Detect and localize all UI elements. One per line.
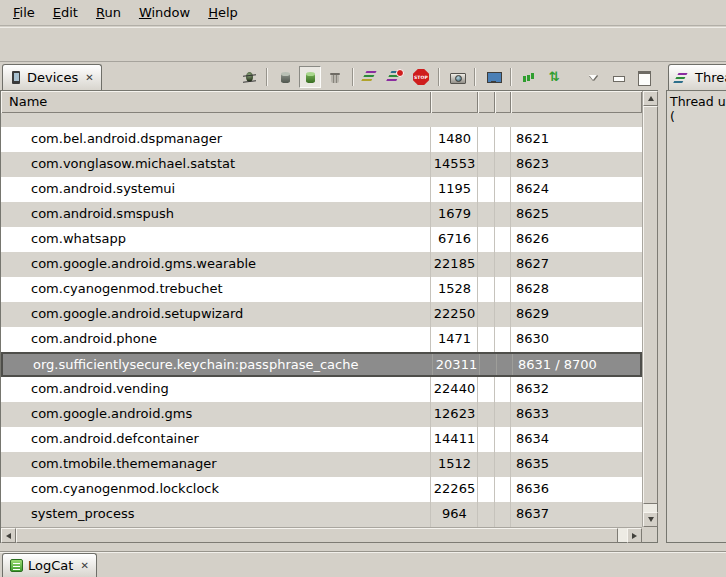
capture-video-button[interactable]	[482, 66, 504, 88]
pid-cell: 1528	[431, 277, 478, 302]
close-icon[interactable]: ✕	[85, 72, 93, 83]
blank-cell	[495, 127, 511, 152]
vertical-scrollbar[interactable]	[642, 91, 657, 527]
tab-devices-label: Devices	[27, 70, 78, 85]
update-threads-button[interactable]	[360, 66, 382, 88]
table-row[interactable]: com.bel.android.dspmanager14808621	[1, 127, 642, 152]
blank-cell	[495, 327, 511, 352]
column-header-blank2[interactable]	[495, 91, 511, 113]
dump-hprof-button[interactable]	[299, 66, 321, 88]
pid-cell: 964	[431, 502, 478, 527]
table-row[interactable]: system_process9648637	[1, 502, 642, 527]
table-row[interactable]: com.google.android.gms126238633	[1, 402, 642, 427]
scroll-right-button[interactable]	[627, 528, 642, 543]
tab-logcat[interactable]: LogCat ✕	[2, 553, 97, 577]
tab-threads[interactable]: Threads	[668, 64, 726, 90]
update-threads-icon	[363, 69, 379, 85]
sysinfo-button[interactable]	[518, 66, 540, 88]
table-row[interactable]: com.android.vending224408632	[1, 377, 642, 402]
threads-panel-content: Thread up(	[666, 90, 726, 543]
view-menu-button[interactable]	[582, 66, 604, 88]
close-icon[interactable]: ✕	[80, 560, 88, 571]
column-header-blank1[interactable]	[478, 91, 495, 113]
table-row[interactable]: org.sufficientlysecure.keychain:passphra…	[1, 352, 642, 377]
threads-tabstrip: Threads	[666, 62, 726, 90]
arrow-up-icon	[648, 96, 654, 101]
pid-cell: 1471	[431, 327, 478, 352]
blank-cell	[478, 502, 495, 527]
stop-process-button[interactable]: STOP	[410, 66, 432, 88]
scrollbar-corner	[642, 527, 657, 542]
cause-gc-icon	[327, 69, 343, 85]
menu-item-edit[interactable]: Edit	[44, 2, 87, 23]
column-header-name[interactable]: Name	[1, 91, 431, 113]
horizontal-scrollbar[interactable]	[1, 527, 642, 542]
process-name-cell: com.android.systemui	[1, 177, 431, 202]
table-row[interactable]: com.vonglasow.michael.satstat145538623	[1, 152, 642, 177]
table-row[interactable]: com.cyanogenmod.trebuchet15288628	[1, 277, 642, 302]
blank-cell	[495, 227, 511, 252]
debug-icon	[241, 69, 257, 85]
port-cell: 8633	[511, 402, 642, 427]
pid-cell: 1512	[431, 452, 478, 477]
port-cell: 8621	[511, 127, 642, 152]
stop-process-icon: STOP	[413, 69, 429, 85]
cause-gc-button[interactable]	[324, 66, 346, 88]
scroll-up-button[interactable]	[643, 91, 658, 106]
table-row[interactable]: com.cyanogenmod.lockclock222658636	[1, 477, 642, 502]
arrow-right-icon	[632, 533, 637, 539]
table-row[interactable]: com.google.android.setupwizard222508629	[1, 302, 642, 327]
capture-video-icon	[485, 69, 501, 85]
port-cell: 8637	[511, 502, 642, 527]
maximize-button[interactable]	[632, 66, 654, 88]
main-toolbar	[0, 27, 726, 62]
panel-sash-horizontal[interactable]	[0, 543, 726, 551]
method-profiling-button[interactable]	[385, 66, 407, 88]
table-row[interactable]: com.android.phone14718630	[1, 327, 642, 352]
column-header-pid[interactable]	[431, 91, 478, 113]
screen-capture-button[interactable]	[446, 66, 468, 88]
port-cell: 8636	[511, 477, 642, 502]
scroll-down-button[interactable]	[643, 512, 658, 527]
tab-devices[interactable]: Devices ✕	[2, 64, 102, 90]
process-name-cell: com.cyanogenmod.trebuchet	[1, 277, 431, 302]
scroll-left-button[interactable]	[1, 528, 16, 543]
update-heap-button[interactable]	[274, 66, 296, 88]
method-profiling-icon	[388, 69, 404, 85]
pid-cell: 20311	[433, 354, 480, 375]
table-row[interactable]: com.android.smspush16798625	[1, 202, 642, 227]
table-row[interactable]: com.google.android.gms.wearable221858627	[1, 252, 642, 277]
pid-cell: 1195	[431, 177, 478, 202]
table-row[interactable]: com.android.systemui11958624	[1, 177, 642, 202]
blank-cell	[495, 202, 511, 227]
devices-toolbar: STOP	[238, 65, 654, 89]
menu-item-help[interactable]: Help	[199, 2, 247, 23]
process-name-cell: com.google.android.gms.wearable	[1, 252, 431, 277]
minimize-button[interactable]	[607, 66, 629, 88]
menu-item-run[interactable]: Run	[87, 2, 130, 23]
menu-bar: FileEditRunWindowHelp	[0, 0, 726, 26]
table-row[interactable]: com.whatsapp67168626	[1, 227, 642, 252]
pid-cell: 1679	[431, 202, 478, 227]
network-stats-button[interactable]	[543, 66, 565, 88]
port-cell: 8629	[511, 302, 642, 327]
panel-sash-vertical[interactable]	[658, 62, 666, 543]
table-row[interactable]: com.android.defcontainer144118634	[1, 427, 642, 452]
column-header-port[interactable]	[511, 91, 642, 113]
process-name-cell: com.tmobile.thememanager	[1, 452, 431, 477]
horizontal-scroll-thumb[interactable]	[16, 528, 618, 543]
vertical-scroll-thumb[interactable]	[643, 106, 658, 504]
port-cell: 8635	[511, 452, 642, 477]
blank-cell	[497, 354, 513, 375]
dump-hprof-icon	[302, 69, 318, 85]
menu-item-file[interactable]: File	[4, 2, 44, 23]
table-row[interactable]: com.tmobile.thememanager15128635	[1, 452, 642, 477]
debug-button[interactable]	[238, 66, 260, 88]
toolbar-separator	[510, 68, 512, 86]
menu-item-window[interactable]: Window	[130, 2, 199, 23]
device-table-header: Name	[1, 91, 642, 113]
blank-cell	[478, 202, 495, 227]
blank-cell	[478, 277, 495, 302]
blank-cell	[478, 327, 495, 352]
process-name-cell: com.vonglasow.michael.satstat	[1, 152, 431, 177]
